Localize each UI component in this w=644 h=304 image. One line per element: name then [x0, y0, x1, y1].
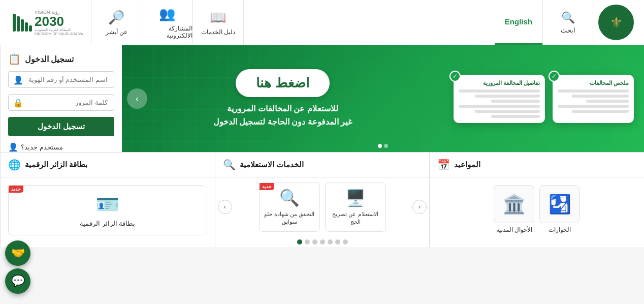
hero-area: ✓ ملخص المخالفات ✓ تفاصيل المخالفة المرو… — [0, 45, 644, 152]
vision-logo: VISION رؤية 2030 المملكة العربية السعودي… — [5, 0, 91, 45]
english-label: English — [505, 17, 532, 26]
civil-label: الأحوال المدنية — [496, 226, 532, 233]
new-user-link[interactable]: مستخدم جديد؟ 👤 — [8, 142, 114, 152]
vision-logo-content: VISION رؤية 2030 المملكة العربية السعودي… — [13, 10, 83, 36]
nav-services-label: دليل الخدمات — [201, 28, 235, 36]
violation-details-card: ✓ تفاصيل المخالفة المرورية — [454, 75, 545, 123]
login-icon: 📋 — [8, 53, 21, 65]
digital-visitor-card[interactable]: جديد 🪪 بطاقة الزائر الرقمية — [8, 185, 207, 235]
driver-check-icon: 🔍 — [279, 188, 300, 207]
login-title: تسجيل الدخول 📋 — [8, 53, 114, 65]
logo-icon: ⚜ — [610, 14, 623, 31]
check-icon-2: ✓ — [449, 71, 461, 82]
passports-icon: 🛂 — [549, 194, 571, 215]
bar-3 — [21, 19, 24, 32]
carousel-dots — [215, 237, 430, 247]
inquiry-items: 🖥️ الاستعلام عن تصريح الحج جديد 🔍 التحقق… — [235, 183, 410, 232]
check-icon: ✓ — [549, 71, 560, 82]
dline-6 — [491, 115, 540, 118]
hero-content: اضغط هنا للاستعلام عن المخالفات المرورية… — [122, 69, 443, 128]
hero-cards: ✓ ملخص المخالفات ✓ تفاصيل المخالفة المرو… — [443, 65, 644, 133]
bar-2 — [25, 22, 28, 32]
dot-6[interactable] — [305, 239, 310, 245]
appointments-section: المواعيد 📅 🛂 الجوازات 🏛️ الأحوال المدنية — [429, 153, 644, 247]
violations-summary-card: ✓ ملخص المخالفات — [553, 75, 634, 123]
nav-absher-label: عن أبشر — [106, 28, 127, 36]
passports-label: الجوازات — [549, 226, 571, 233]
carousel-next-arrow[interactable]: › — [218, 200, 232, 214]
dot-4[interactable] — [320, 239, 325, 245]
login-button[interactable]: تسجيل الدخول — [8, 117, 114, 136]
haj-permit-icon: 🖥️ — [345, 188, 366, 207]
password-wrapper: 🔒 — [8, 94, 114, 111]
inquiry-icon: 🔍 — [223, 159, 236, 171]
logo-circle: ⚜ — [598, 5, 634, 40]
passports-icon-wrap: 🛂 — [539, 185, 580, 223]
search-label: ابحث — [561, 26, 575, 34]
bar-5 — [13, 14, 16, 32]
hero-dot-2[interactable] — [378, 144, 382, 148]
appointments-header: المواعيد 📅 — [430, 153, 644, 177]
dot-5[interactable] — [312, 239, 317, 245]
hero-subtitle-line1: للاستعلام عن المخالفات المرورية — [227, 104, 338, 113]
dot-2[interactable] — [335, 239, 340, 245]
login-title-text: تسجيل الدخول — [25, 54, 74, 64]
digital-title: بطاقة الزائر الرقمية — [25, 160, 87, 169]
username-wrapper: 👤 — [8, 71, 114, 88]
search-button[interactable]: 🔍 ابحث — [542, 0, 593, 45]
hero-slider-dots — [378, 144, 388, 148]
digital-card-icon: 🪪 — [95, 193, 119, 216]
nav-item-absher[interactable]: 🔎 عن أبشر — [91, 0, 142, 45]
login-sidebar: تسجيل الدخول 📋 👤 🔒 تسجيل الدخول مستخدم ج… — [0, 45, 122, 152]
new-user-text: مستخدم جديد؟ — [21, 143, 63, 151]
book-icon: 📖 — [210, 10, 226, 25]
new-badge: جديد — [260, 183, 274, 190]
digital-card-wrap: جديد 🪪 بطاقة الزائر الرقمية — [1, 177, 215, 243]
participation-icon: 👥 — [159, 6, 175, 22]
appointments-grid: 🛂 الجوازات 🏛️ الأحوال المدنية — [430, 177, 644, 241]
username-input[interactable] — [8, 71, 114, 88]
civil-icon: 🏛️ — [503, 194, 526, 215]
summary-card-lines — [558, 89, 629, 113]
haj-permit-label: الاستعلام عن تصريح الحج — [330, 210, 381, 226]
logo: ⚜ — [593, 2, 639, 43]
inquiry-header: الخدمات الاستعلامية 🔍 — [215, 153, 430, 177]
appointment-passports[interactable]: 🛂 الجوازات — [539, 185, 580, 233]
dot-1[interactable] — [343, 239, 348, 245]
dot-3[interactable] — [328, 239, 333, 245]
hero-dot-1[interactable] — [384, 144, 388, 148]
nav-item-services[interactable]: 📖 دليل الخدمات — [193, 0, 244, 45]
inquiry-carousel: ‹ 🖥️ الاستعلام عن تصريح الحج جديد 🔍 التح… — [215, 177, 430, 237]
hero-click-button[interactable]: اضغط هنا — [236, 69, 329, 97]
digital-section: بطاقة الزائر الرقمية 🌐 جديد 🪪 بطاقة الزا… — [0, 153, 215, 247]
lock-icon: 🔒 — [13, 98, 23, 107]
nav-participation-label: المشاركة الالكترونية — [142, 25, 192, 39]
carousel-prev-arrow[interactable]: ‹ — [412, 200, 427, 214]
summary-card-title: ملخص المخالفات — [558, 80, 629, 86]
dline-3 — [491, 100, 540, 103]
help-icon: 🤝 — [11, 247, 25, 247]
digital-header: بطاقة الزائر الرقمية 🌐 — [1, 153, 215, 177]
line-2 — [572, 95, 629, 98]
nav-item-participation[interactable]: 👥 المشاركة الالكترونية — [142, 0, 193, 45]
appointment-civil-affairs[interactable]: 🏛️ الأحوال المدنية — [494, 185, 534, 233]
kingdom-en: KINGDOM OF SAUDI ARABIA — [35, 32, 83, 36]
line-1 — [558, 89, 629, 93]
vision-year: 2030 — [35, 15, 64, 28]
vision-2030: VISION رؤية 2030 المملكة العربية السعودي… — [13, 10, 83, 36]
language-switcher[interactable]: English — [495, 0, 542, 45]
search-icon: 🔍 — [561, 11, 575, 24]
password-input[interactable] — [8, 94, 114, 111]
hero-banner: ✓ ملخص المخالفات ✓ تفاصيل المخالفة المرو… — [122, 45, 644, 152]
bar-1 — [29, 25, 32, 32]
inquiry-driver-check[interactable]: جديد 🔍 التحقق من شهادة خلو سوابق — [259, 183, 320, 232]
dline-5 — [475, 110, 540, 113]
hero-subtitle-line2: غير المدفوعة دون الحاجة لتسجيل الدخول — [213, 117, 352, 126]
driver-check-label: التحقق من شهادة خلو سوابق — [264, 210, 315, 226]
appointments-title: المواعيد — [454, 160, 480, 169]
line-4 — [558, 105, 629, 108]
hero-subtitle: للاستعلام عن المخالفات المرورية غير المد… — [213, 102, 352, 128]
inquiry-haj-permit[interactable]: 🖥️ الاستعلام عن تصريح الحج — [325, 183, 386, 232]
absher-icon: 🔎 — [108, 10, 124, 25]
dot-7[interactable] — [297, 239, 302, 245]
